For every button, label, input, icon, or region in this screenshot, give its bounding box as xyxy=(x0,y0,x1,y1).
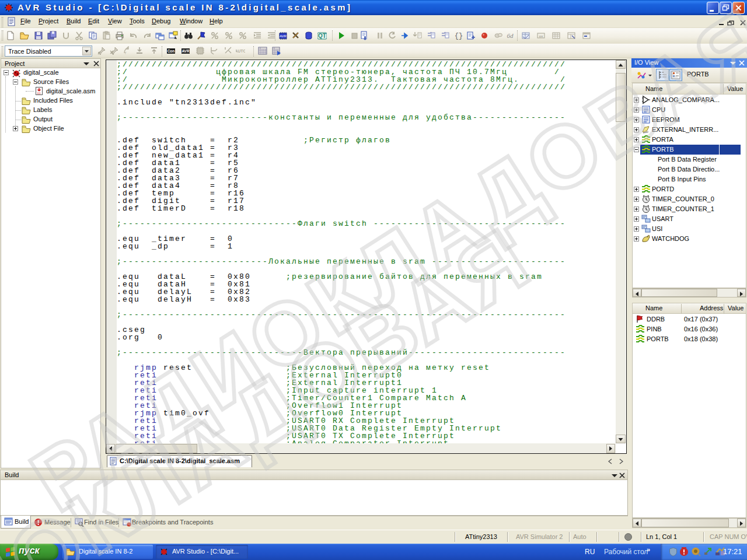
svg-text:AVR: AVR xyxy=(181,49,190,53)
svg-text:AUTO: AUTO xyxy=(236,49,245,53)
svg-text:QT: QT xyxy=(318,33,326,39)
svg-text:AVR: AVR xyxy=(280,34,287,38)
svg-text:Con: Con xyxy=(167,49,175,53)
svg-text:6d: 6d xyxy=(507,32,514,39)
svg-text:ox: ox xyxy=(539,34,543,38)
svg-text:T: T xyxy=(124,51,127,55)
svg-text:{}: {} xyxy=(455,32,463,40)
